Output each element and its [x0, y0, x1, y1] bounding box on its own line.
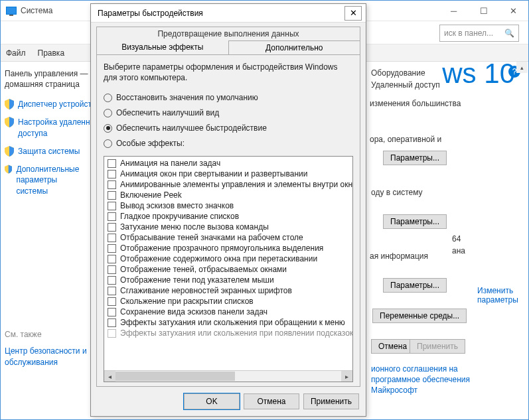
check-item[interactable]: Эффекты затухания или скольжения при поя…: [106, 328, 351, 338]
info-snip-5: 64: [452, 233, 461, 245]
checkbox-icon[interactable]: [108, 212, 116, 221]
radio-let-windows[interactable]: Восстановить значения по умолчанию: [104, 93, 353, 102]
tab-advanced[interactable]: Дополнительно: [229, 40, 360, 54]
dialog-body: Выберите параметры оформления и быстроде…: [96, 55, 360, 387]
check-item[interactable]: Отображение тени под указателем мыши: [106, 275, 351, 285]
dialog-footer: OK Отмена Применить: [91, 387, 366, 416]
search-icon: 🔍: [504, 29, 514, 38]
scroll-thumb[interactable]: [115, 372, 235, 381]
effects-checklist[interactable]: Анимация на панели задач Анимация окон п…: [104, 156, 353, 382]
control-panel-home[interactable]: Панель управления — домашняя страница: [5, 68, 103, 90]
info-snip-1: изменения большинства: [370, 98, 461, 109]
radio-best-appearance[interactable]: Обеспечить наилучший вид: [104, 108, 353, 117]
checkbox-icon[interactable]: [108, 318, 116, 327]
license-line-1[interactable]: ионного соглашения на: [371, 364, 458, 374]
tab-row: Визуальные эффекты Дополнительно: [96, 40, 360, 55]
settings-button-3[interactable]: Параметры...: [383, 278, 447, 293]
system-icon: [6, 7, 17, 15]
ok-button[interactable]: OK: [184, 393, 240, 409]
menu-edit[interactable]: Правка: [38, 48, 65, 58]
dialog-titlebar: Параметры быстродействия ✕: [91, 4, 366, 23]
settings-button-1[interactable]: Параметры...: [383, 151, 447, 165]
check-item[interactable]: Анимированные элементы управления и элем…: [106, 179, 351, 190]
check-item[interactable]: Отображение содержимого окна при перетас…: [106, 253, 351, 264]
check-item[interactable]: Отбрасывание теней значками на рабочем с…: [106, 232, 351, 243]
checkbox-icon[interactable]: [108, 223, 116, 232]
windows-10-logo-text: ws 10: [442, 58, 515, 90]
checkbox-icon[interactable]: [108, 234, 116, 242]
search-input[interactable]: иск в панел... 🔍: [439, 25, 519, 42]
scroll-up-arrow[interactable]: ▴: [516, 62, 528, 73]
check-item[interactable]: Включение Peek: [106, 190, 351, 200]
scroll-right-arrow[interactable]: ▸: [341, 371, 352, 382]
scroll-left-arrow[interactable]: ◂: [104, 371, 115, 382]
check-item[interactable]: Анимация на панели задач: [106, 158, 351, 169]
env-vars-button[interactable]: Переменные среды...: [372, 309, 467, 323]
checkbox-icon[interactable]: [108, 180, 116, 189]
nav-protection[interactable]: Защита системы: [5, 146, 103, 157]
minimize-button[interactable]: ─: [439, 1, 469, 21]
checkbox-icon[interactable]: [108, 202, 116, 210]
checkbox-icon[interactable]: [108, 244, 116, 253]
apply-button[interactable]: Применить: [303, 393, 359, 409]
info-snip-2: ора, оперативной и: [370, 133, 441, 145]
radio-custom[interactable]: Особые эффекты:: [104, 139, 353, 148]
search-placeholder: иск в панел...: [444, 29, 493, 38]
radio-icon: [104, 139, 112, 148]
info-snip-6: ана: [452, 245, 465, 257]
performance-options-dialog: Параметры быстродействия ✕ Предотвращени…: [90, 3, 366, 417]
change-settings-link[interactable]: Изменить параметры: [477, 286, 518, 305]
checkbox-icon[interactable]: [108, 308, 116, 316]
check-item[interactable]: Эффекты затухания или скольжения при обр…: [106, 317, 351, 328]
radio-best-performance[interactable]: Обеспечить наилучшее быстродействие: [104, 123, 353, 133]
close-button[interactable]: ✕: [498, 1, 528, 21]
checkbox-icon[interactable]: [108, 170, 116, 178]
shield-icon: [5, 117, 14, 127]
checkbox-icon[interactable]: [108, 265, 116, 274]
checkbox-icon[interactable]: [108, 276, 116, 285]
license-line-2[interactable]: программное обеспечения: [371, 375, 470, 384]
shield-icon: [5, 146, 14, 157]
check-item[interactable]: Вывод эскизов вместо значков: [106, 200, 351, 211]
check-item[interactable]: Анимация окон при свертывании и разверты…: [106, 169, 351, 179]
radio-icon: [104, 94, 112, 102]
license-line-3[interactable]: Майкрософт: [371, 385, 417, 395]
radio-icon: [104, 109, 112, 117]
check-item[interactable]: Гладкое прокручивание списков: [106, 211, 351, 222]
check-item[interactable]: Скольжение при раскрытии списков: [106, 296, 351, 307]
checkbox-icon[interactable]: [108, 255, 116, 263]
tab-dep[interactable]: Предотвращение выполнения данных: [96, 27, 360, 40]
check-item[interactable]: Затухание меню после вызова команды: [106, 222, 351, 232]
dialog-close-button[interactable]: ✕: [344, 6, 362, 21]
nav-advanced[interactable]: Дополнительные параметры системы: [5, 164, 103, 197]
shield-icon: [5, 99, 14, 109]
sysprops-apply: Применить: [410, 339, 465, 354]
checkbox-icon[interactable]: [108, 287, 116, 295]
cancel-button[interactable]: Отмена: [244, 393, 299, 409]
tab-hardware[interactable]: Оборудование: [371, 67, 425, 79]
check-item[interactable]: Сглаживание неровностей экранных шрифтов: [106, 285, 351, 296]
window-title: Система: [21, 6, 52, 15]
nav-device-manager[interactable]: Диспетчер устройств: [5, 99, 103, 110]
info-snip-3: оду в систему: [371, 186, 423, 198]
dialog-description: Выберите параметры оформления и быстроде…: [104, 62, 353, 83]
checkbox-icon[interactable]: [108, 159, 116, 168]
sysprops-cancel[interactable]: Отмена: [371, 339, 414, 354]
tab-visual-effects[interactable]: Визуальные эффекты: [97, 40, 229, 54]
checkbox-icon[interactable]: [108, 329, 116, 338]
tab-remote[interactable]: Удаленный доступ: [371, 79, 440, 91]
check-item[interactable]: Отображение теней, отбрасываемых окнами: [106, 264, 351, 275]
dialog-title: Параметры быстродействия: [98, 9, 203, 18]
checkbox-icon[interactable]: [108, 297, 116, 306]
maximize-button[interactable]: ☐: [469, 1, 498, 21]
nav-remote[interactable]: Настройка удаленного доступа: [5, 117, 103, 139]
see-also-label: См. также: [5, 330, 103, 339]
horizontal-scrollbar[interactable]: ◂ ▸: [104, 370, 352, 382]
menu-file[interactable]: Файл: [6, 48, 26, 58]
security-center-link[interactable]: Центр безопасности и обслуживания: [5, 346, 103, 368]
check-item[interactable]: Отображение прозрачного прямоугольника в…: [106, 243, 351, 253]
check-item[interactable]: Сохранение вида эскизов панели задач: [106, 307, 351, 317]
radio-icon: [104, 124, 112, 133]
checkbox-icon[interactable]: [108, 191, 116, 200]
settings-button-2[interactable]: Параметры...: [383, 214, 447, 229]
